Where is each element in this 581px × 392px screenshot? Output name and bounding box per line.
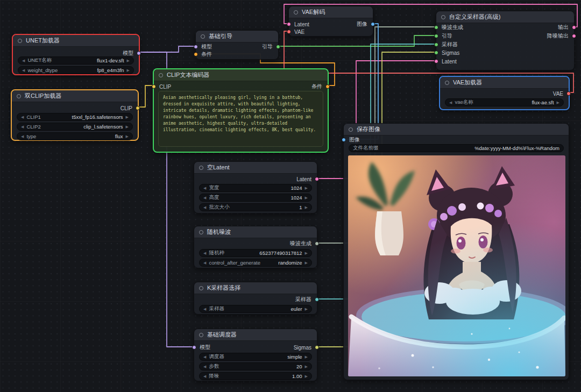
latent-output-port[interactable] <box>315 177 319 181</box>
widget-sampler-name[interactable]: ◀ 采样器 euler ▶ <box>199 305 312 313</box>
node-empty-latent-header[interactable]: 空Latent <box>194 162 317 174</box>
widget-denoise[interactable]: ◀ 降噪 1.00 ▶ <box>199 372 312 380</box>
output-slot-noise[interactable]: 噪波生成 <box>290 240 315 247</box>
next-arrow-icon[interactable]: ▶ <box>305 374 308 378</box>
node-unet-loader[interactable]: UNET加载器 模型 ◀ UNET名称 flux1-dev.sft ▶ ◀ we… <box>12 34 140 75</box>
latent-input-port[interactable] <box>434 59 438 63</box>
image-input-port[interactable] <box>342 138 346 142</box>
image-output-port[interactable] <box>371 22 375 26</box>
prev-arrow-icon[interactable]: ◀ <box>203 196 206 199</box>
widget-clip2[interactable]: ◀ CLIP2 clip_l.safetensors ▶ <box>17 123 133 131</box>
widget-filename-prefix[interactable]: 文件名前缀 %date:yyyy-MM-dd%\Flux-%Random <box>349 144 564 152</box>
guider-output-port[interactable] <box>276 45 280 49</box>
output-slot-latent[interactable]: Latent <box>296 176 315 182</box>
widget-unet-name[interactable]: ◀ UNET名称 flux1-dev.sft ▶ <box>18 56 134 65</box>
node-clip-text-encoder[interactable]: CLIP文本编码器 CLIP 条件 Asian aesthetically pl… <box>153 68 329 153</box>
next-arrow-icon[interactable]: ▶ <box>305 186 308 190</box>
node-graph-canvas[interactable]: UNET加载器 模型 ◀ UNET名称 flux1-dev.sft ▶ ◀ we… <box>0 0 581 392</box>
input-slot-clip[interactable]: CLIP <box>156 83 171 90</box>
model-output-port[interactable] <box>137 51 141 55</box>
prev-arrow-icon[interactable]: ◀ <box>449 101 452 104</box>
next-arrow-icon[interactable]: ▶ <box>305 365 308 368</box>
node-vae-decode-header[interactable]: VAE解码 <box>289 6 373 18</box>
next-arrow-icon[interactable]: ▶ <box>126 134 129 138</box>
collapse-dot[interactable] <box>159 73 163 77</box>
collapse-dot[interactable] <box>201 34 205 39</box>
collapse-dot[interactable] <box>17 94 21 98</box>
node-dual-clip-loader[interactable]: 双CLIP加载器 CLIP ◀ CLIP1 t5xxl_fp16.safeten… <box>11 89 139 141</box>
node-vae-loader-header[interactable]: VAE加载器 <box>440 77 569 89</box>
node-basic-guider-header[interactable]: 基础引导 <box>196 31 278 42</box>
sigmas-input-port[interactable] <box>434 51 438 55</box>
input-slot-sampler[interactable]: 采样器 <box>438 41 458 48</box>
output-slot-vae[interactable]: VAE <box>553 90 566 97</box>
node-basic-scheduler-header[interactable]: 基础调度器 <box>194 329 317 341</box>
input-slot-image[interactable]: 图像 <box>346 137 360 143</box>
vae-input-port[interactable] <box>287 30 291 34</box>
collapse-dot[interactable] <box>199 230 203 234</box>
sigmas-output-port[interactable] <box>315 345 319 350</box>
input-slot-noise[interactable]: 噪波生成 <box>438 24 463 31</box>
collapse-dot[interactable] <box>294 10 298 15</box>
input-slot-model[interactable]: 模型 <box>198 44 212 50</box>
output-slot-guider[interactable]: 引导 <box>262 44 276 50</box>
node-clip-text-encoder-header[interactable]: CLIP文本编码器 <box>154 69 328 81</box>
prompt-textarea[interactable]: Asian aesthetically pleasing girl, lying… <box>158 91 323 147</box>
widget-type[interactable]: ◀ type flux ▶ <box>17 132 133 140</box>
output-slot-sampler[interactable]: 采样器 <box>295 296 315 303</box>
widget-width[interactable]: ◀ 宽度 1024 ▶ <box>199 184 312 192</box>
denoised-output-port[interactable] <box>572 34 576 38</box>
node-random-noise[interactable]: 随机噪波 噪波生成 ◀ 随机种 652377490317812 ▶ ◀ cont… <box>194 226 317 268</box>
next-arrow-icon[interactable]: ▶ <box>557 101 559 104</box>
input-slot-latent[interactable]: Latent <box>291 21 309 27</box>
widget-batch-size[interactable]: ◀ 批次大小 1 ▶ <box>199 203 312 211</box>
clip-input-port[interactable] <box>152 84 156 89</box>
prev-arrow-icon[interactable]: ◀ <box>21 134 24 138</box>
guider-input-port[interactable] <box>434 34 438 38</box>
output-slot-output[interactable]: 输出 <box>558 24 572 31</box>
prev-arrow-icon[interactable]: ◀ <box>203 355 206 359</box>
output-latent-port[interactable] <box>572 25 576 30</box>
latent-input-port[interactable] <box>287 22 291 26</box>
next-arrow-icon[interactable]: ▶ <box>305 251 308 255</box>
widget-height[interactable]: ◀ 高度 1024 ▶ <box>199 194 312 202</box>
output-slot-conditioning[interactable]: 条件 <box>311 83 325 90</box>
widget-scheduler[interactable]: ◀ 调度器 simple ▶ <box>199 353 312 361</box>
output-slot-denoised[interactable]: 降噪输出 <box>547 33 572 39</box>
prev-arrow-icon[interactable]: ◀ <box>203 374 206 378</box>
node-empty-latent[interactable]: 空Latent Latent ◀ 宽度 1024 ▶ ◀ 高度 1024 ▶ ◀… <box>194 161 317 213</box>
prev-arrow-icon[interactable]: ◀ <box>203 205 206 209</box>
node-sampler-custom-advanced-header[interactable]: 自定义采样器(高级) <box>436 11 574 23</box>
widget-control-after-generate[interactable]: ◀ control_after_generate randomize ▶ <box>199 259 312 267</box>
widget-steps[interactable]: ◀ 步数 20 ▶ <box>199 362 312 370</box>
collapse-dot[interactable] <box>349 127 353 132</box>
collapse-dot[interactable] <box>441 15 445 19</box>
input-slot-guider[interactable]: 引导 <box>438 33 452 39</box>
prev-arrow-icon[interactable]: ◀ <box>203 365 206 368</box>
input-slot-sigmas[interactable]: Sigmas <box>438 49 459 56</box>
widget-weight-dtype[interactable]: ◀ weight_dtype fp8_e4m3fn ▶ <box>18 66 134 74</box>
next-arrow-icon[interactable]: ▶ <box>305 307 308 311</box>
node-ksampler-select-header[interactable]: K采样器选择 <box>194 282 317 294</box>
prev-arrow-icon[interactable]: ◀ <box>21 115 24 119</box>
prev-arrow-icon[interactable]: ◀ <box>203 261 206 265</box>
node-save-image-header[interactable]: 保存图像 <box>344 124 569 136</box>
output-slot-image[interactable]: 图像 <box>357 21 371 27</box>
node-vae-decode[interactable]: VAE解码 Latent VAE 图像 <box>288 6 373 37</box>
sampler-output-port[interactable] <box>315 297 319 302</box>
node-ksampler-select[interactable]: K采样器选择 采样器 ◀ 采样器 euler ▶ <box>194 282 317 315</box>
next-arrow-icon[interactable]: ▶ <box>127 68 130 72</box>
conditioning-input-port[interactable] <box>194 52 198 56</box>
next-arrow-icon[interactable]: ▶ <box>126 125 129 129</box>
sampler-input-port[interactable] <box>434 42 438 47</box>
next-arrow-icon[interactable]: ▶ <box>305 355 308 359</box>
noise-output-port[interactable] <box>315 241 319 246</box>
input-slot-model[interactable]: 模型 <box>196 344 210 351</box>
collapse-dot[interactable] <box>445 81 449 85</box>
collapse-dot[interactable] <box>199 286 203 290</box>
node-dual-clip-loader-header[interactable]: 双CLIP加载器 <box>12 90 138 102</box>
prev-arrow-icon[interactable]: ◀ <box>203 186 206 190</box>
input-slot-latent[interactable]: Latent <box>438 58 457 65</box>
next-arrow-icon[interactable]: ▶ <box>126 115 129 119</box>
node-save-image[interactable]: 保存图像 图像 文件名前缀 %date:yyyy-MM-dd%\Flux-%Ra… <box>343 123 569 380</box>
